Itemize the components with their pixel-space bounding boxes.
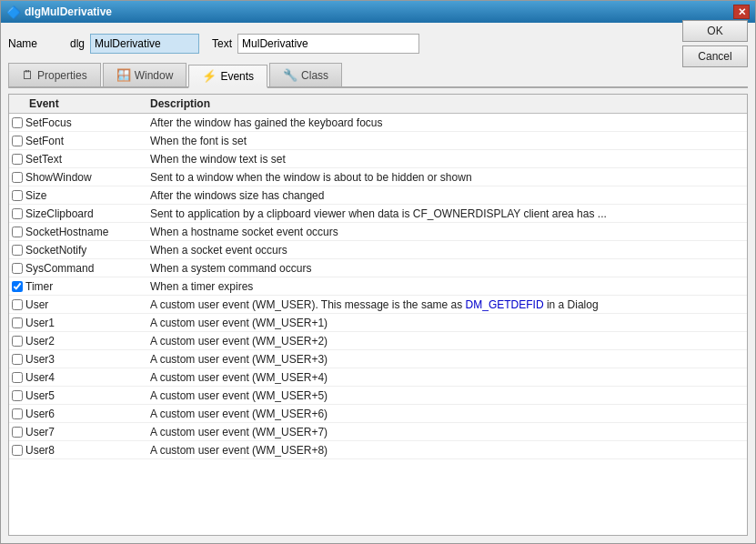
ok-button[interactable]: OK <box>682 20 748 42</box>
table-row: User7A custom user event (WM_USER+7) <box>9 423 747 441</box>
row-checkbox-cell <box>9 154 25 165</box>
row-event-name: User4 <box>25 371 150 384</box>
event-checkbox-showwindow[interactable] <box>12 172 23 183</box>
row-event-desc: A custom user event (WM_USER). This mess… <box>150 298 747 311</box>
tab-class[interactable]: 🔧 Class <box>269 63 342 86</box>
row-event-name: User3 <box>25 353 150 366</box>
row-event-name: SetText <box>25 153 150 166</box>
table-row: SizeClipboardSent to application by a cl… <box>9 205 747 223</box>
row-checkbox-cell <box>9 390 25 401</box>
row-checkbox-cell <box>9 354 25 365</box>
table-row: User1A custom user event (WM_USER+1) <box>9 314 747 332</box>
action-buttons: OK Cancel <box>682 20 748 67</box>
row-checkbox-cell <box>9 427 25 438</box>
row-event-desc: A custom user event (WM_USER+5) <box>150 389 747 402</box>
event-checkbox-setfocus[interactable] <box>12 117 23 128</box>
title-bar-left: 🔷 dlgMulDerivative <box>6 5 112 18</box>
row-event-name: User <box>25 298 150 311</box>
row-event-desc: After the window has gained the keyboard… <box>150 116 747 129</box>
table-row: User2A custom user event (WM_USER+2) <box>9 332 747 350</box>
event-checkbox-setfont[interactable] <box>12 136 23 146</box>
event-checkbox-user1[interactable] <box>12 317 23 328</box>
row-checkbox-cell <box>9 136 25 146</box>
window-title: dlgMulDerivative <box>25 5 112 18</box>
row-event-desc: When a socket event occurs <box>150 244 747 257</box>
events-panel: Event Description SetFocusAfter the wind… <box>8 94 748 536</box>
row-checkbox-cell <box>9 190 25 201</box>
tab-events[interactable]: ⚡ Events <box>188 65 267 88</box>
table-row: SocketNotifyWhen a socket event occurs <box>9 241 747 259</box>
table-body[interactable]: SetFocusAfter the window has gained the … <box>9 114 747 535</box>
row-event-desc: When a hostname socket event occurs <box>150 226 747 238</box>
dlg-label: dlg <box>70 37 85 50</box>
row-event-name: User8 <box>25 444 150 457</box>
tabs-row: 🗒 Properties 🪟 Window ⚡ Events 🔧 Class <box>8 63 748 88</box>
table-row: User3A custom user event (WM_USER+3) <box>9 350 747 368</box>
event-checkbox-timer[interactable] <box>12 281 23 292</box>
row-event-desc: When the font is set <box>150 135 747 147</box>
class-icon: 🔧 <box>283 68 297 82</box>
event-checkbox-user[interactable] <box>12 299 23 310</box>
window-icon: 🔷 <box>6 5 19 18</box>
row-event-name: User2 <box>25 335 150 348</box>
row-event-desc: A custom user event (WM_USER+2) <box>150 335 747 348</box>
text-input[interactable] <box>237 34 419 54</box>
row-event-desc: When the window text is set <box>150 153 747 166</box>
event-checkbox-user5[interactable] <box>12 390 23 401</box>
table-row: SetFocusAfter the window has gained the … <box>9 114 747 132</box>
name-input[interactable] <box>90 34 199 54</box>
row-checkbox-cell <box>9 172 25 183</box>
window-tab-icon: 🪟 <box>116 68 131 82</box>
table-row: TimerWhen a timer expires <box>9 277 747 296</box>
row-event-name: User5 <box>25 389 150 402</box>
tab-properties[interactable]: 🗒 Properties <box>8 63 101 86</box>
row-checkbox-cell <box>9 227 25 237</box>
row-checkbox-cell <box>9 263 25 274</box>
table-row: SizeAfter the windows size has changed <box>9 186 747 205</box>
table-row: SysCommandWhen a system command occurs <box>9 259 747 277</box>
event-checkbox-user7[interactable] <box>12 427 23 438</box>
events-icon: ⚡ <box>202 69 217 83</box>
event-checkbox-size[interactable] <box>12 190 23 201</box>
row-event-desc: After the windows size has changed <box>150 189 747 202</box>
row-event-name: User1 <box>25 317 150 329</box>
main-window: 🔷 dlgMulDerivative ✕ Name dlg Text OK Ca… <box>0 0 756 544</box>
properties-icon: 🗒 <box>22 68 34 82</box>
top-form-row: Name dlg Text OK Cancel <box>8 30 748 57</box>
row-event-name: User7 <box>25 426 150 438</box>
event-checkbox-socketnotify[interactable] <box>12 245 23 256</box>
table-row: UserA custom user event (WM_USER). This … <box>9 296 747 314</box>
col-header-desc: Description <box>150 97 747 110</box>
content-area: Name dlg Text OK Cancel 🗒 Properties 🪟 W… <box>1 23 755 543</box>
event-checkbox-settext[interactable] <box>12 154 23 165</box>
row-checkbox-cell <box>9 445 25 456</box>
row-event-desc: A custom user event (WM_USER+7) <box>150 426 747 438</box>
name-label: Name <box>8 37 37 50</box>
event-checkbox-user8[interactable] <box>12 445 23 456</box>
event-checkbox-user3[interactable] <box>12 354 23 365</box>
row-checkbox-cell <box>9 208 25 219</box>
row-checkbox-cell <box>9 408 25 419</box>
table-header: Event Description <box>9 95 747 114</box>
event-checkbox-user4[interactable] <box>12 372 23 383</box>
row-event-name: Size <box>25 189 150 202</box>
table-row: SetTextWhen the window text is set <box>9 150 747 168</box>
table-row: SocketHostnameWhen a hostname socket eve… <box>9 223 747 241</box>
row-event-name: User6 <box>25 408 150 420</box>
row-checkbox-cell <box>9 299 25 310</box>
tab-window[interactable]: 🪟 Window <box>103 63 187 86</box>
row-checkbox-cell <box>9 336 25 347</box>
event-checkbox-sockethostname[interactable] <box>12 227 23 237</box>
event-checkbox-syscommand[interactable] <box>12 263 23 274</box>
row-event-desc: A custom user event (WM_USER+8) <box>150 444 747 457</box>
event-checkbox-sizeclipboard[interactable] <box>12 208 23 219</box>
row-event-desc: Sent to application by a clipboard viewe… <box>150 207 747 220</box>
event-checkbox-user6[interactable] <box>12 408 23 419</box>
row-event-desc: A custom user event (WM_USER+1) <box>150 317 747 329</box>
close-button[interactable]: ✕ <box>733 5 750 19</box>
event-checkbox-user2[interactable] <box>12 336 23 347</box>
row-checkbox-cell <box>9 317 25 328</box>
row-event-desc: When a timer expires <box>150 280 747 293</box>
row-event-name: SizeClipboard <box>25 207 150 220</box>
row-event-name: SysCommand <box>25 262 150 275</box>
